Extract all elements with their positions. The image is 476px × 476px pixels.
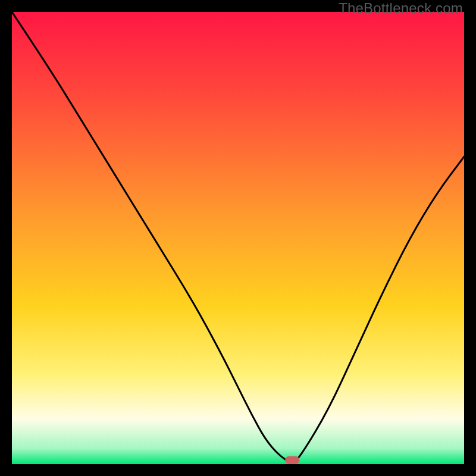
gradient-background: [12, 12, 464, 464]
optimal-marker: [285, 456, 299, 464]
bottleneck-chart: [12, 12, 464, 464]
watermark-label: TheBottleneck.com: [339, 0, 463, 17]
chart-frame: TheBottleneck.com: [0, 0, 476, 476]
plot-area: [12, 12, 464, 464]
